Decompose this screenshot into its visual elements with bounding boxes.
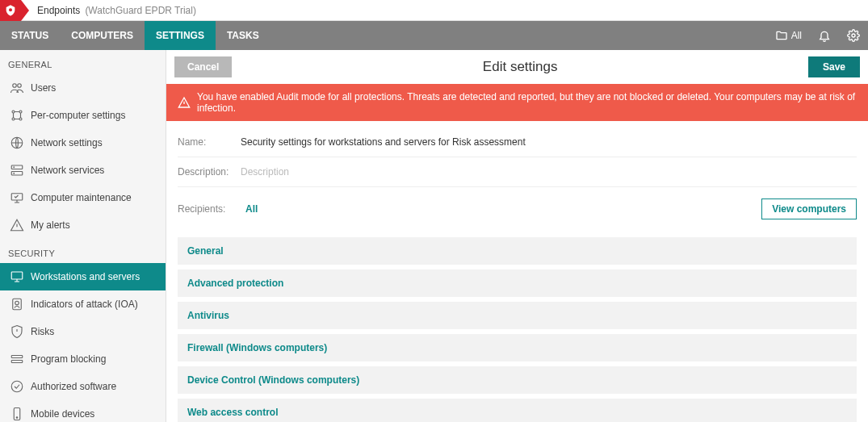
sidebar-item-label: Per-computer settings bbox=[31, 110, 125, 121]
svg-rect-14 bbox=[11, 272, 23, 279]
description-row: Description: bbox=[178, 161, 857, 183]
svg-point-5 bbox=[19, 111, 22, 113]
sidebar-item-label: Computer maintenance bbox=[31, 192, 132, 203]
top-bar: Endpoints (WatchGuard EPDR Trial) bbox=[0, 0, 868, 21]
svg-point-0 bbox=[9, 8, 12, 11]
sidebar-item-label: Workstations and servers bbox=[31, 271, 140, 282]
warning-icon bbox=[178, 96, 191, 109]
svg-point-21 bbox=[16, 417, 18, 419]
name-input[interactable] bbox=[241, 136, 857, 148]
svg-point-19 bbox=[11, 381, 23, 392]
section-general: GENERAL bbox=[0, 50, 166, 74]
sidebar-item-network-services[interactable]: Network services bbox=[0, 157, 166, 184]
nav-computers[interactable]: COMPUTERS bbox=[60, 21, 145, 50]
page-title: Edit settings bbox=[232, 59, 808, 75]
sidebar-item-label: My alerts bbox=[31, 219, 70, 231]
name-row: Name: bbox=[178, 131, 857, 153]
nav-folder-all[interactable]: All bbox=[767, 29, 810, 42]
sidebar-item-ioa[interactable]: Indicators of attack (IOA) bbox=[0, 290, 166, 318]
svg-point-12 bbox=[14, 173, 15, 173]
server-icon bbox=[8, 163, 26, 178]
sidebar-item-authorized-software[interactable]: Authorized software bbox=[0, 373, 166, 400]
sidebar-item-risks[interactable]: Risks bbox=[0, 318, 166, 345]
monitor-icon bbox=[8, 269, 26, 284]
notifications-icon[interactable] bbox=[810, 21, 839, 50]
svg-rect-17 bbox=[11, 356, 23, 358]
panel-list: General Advanced protection Antivirus Fi… bbox=[166, 237, 868, 422]
svg-point-11 bbox=[14, 167, 15, 168]
blocking-icon bbox=[8, 352, 26, 366]
check-circle-icon bbox=[8, 379, 26, 394]
sidebar-item-my-alerts[interactable]: My alerts bbox=[0, 211, 166, 239]
folder-icon bbox=[775, 29, 788, 42]
sidebar-item-workstations[interactable]: Workstations and servers bbox=[0, 263, 166, 290]
svg-point-3 bbox=[18, 84, 22, 88]
svg-point-6 bbox=[12, 118, 15, 120]
nav-status[interactable]: STATUS bbox=[0, 21, 60, 50]
network-icon bbox=[8, 108, 26, 123]
sidebar-item-label: Risks bbox=[31, 326, 54, 337]
alert-icon bbox=[8, 218, 26, 232]
svg-point-1 bbox=[852, 34, 855, 37]
nav-settings[interactable]: SETTINGS bbox=[145, 21, 216, 50]
panel-firewall[interactable]: Firewall (Windows computers) bbox=[178, 334, 857, 361]
sidebar-item-label: Mobile devices bbox=[31, 408, 94, 420]
svg-rect-10 bbox=[11, 172, 23, 176]
alert-text: You have enabled Audit mode for all prot… bbox=[197, 91, 857, 114]
recipients-label: Recipients: bbox=[178, 203, 241, 215]
panel-device-control[interactable]: Device Control (Windows computers) bbox=[178, 366, 857, 394]
save-button[interactable]: Save bbox=[808, 56, 860, 77]
ioa-icon bbox=[8, 297, 26, 311]
recipients-row: Recipients: All View computers bbox=[178, 190, 857, 228]
alert-bar: You have enabled Audit mode for all prot… bbox=[166, 84, 868, 121]
svg-point-16 bbox=[15, 301, 19, 305]
name-label: Name: bbox=[178, 136, 241, 148]
recipients-value: All bbox=[245, 203, 258, 215]
sidebar-item-label: Indicators of attack (IOA) bbox=[31, 299, 138, 310]
description-input[interactable] bbox=[241, 166, 857, 178]
sidebar-item-maintenance[interactable]: Computer maintenance bbox=[0, 184, 166, 211]
svg-rect-9 bbox=[11, 165, 23, 169]
logo-arrow bbox=[21, 0, 29, 21]
svg-point-4 bbox=[12, 111, 15, 113]
section-security: SECURITY bbox=[0, 239, 166, 263]
nav-bar: STATUS COMPUTERS SETTINGS TASKS All bbox=[0, 21, 868, 50]
nav-tasks[interactable]: TASKS bbox=[216, 21, 270, 50]
svg-point-2 bbox=[13, 84, 17, 88]
panel-advanced-protection[interactable]: Advanced protection bbox=[178, 269, 857, 297]
app-subtitle: (WatchGuard EPDR Trial) bbox=[85, 5, 196, 16]
folder-label: All bbox=[791, 30, 802, 41]
globe-icon bbox=[8, 136, 26, 150]
gear-icon[interactable] bbox=[839, 21, 868, 50]
content-area: Cancel Edit settings Save You have enabl… bbox=[166, 50, 868, 422]
panel-general[interactable]: General bbox=[178, 237, 857, 265]
panel-antivirus[interactable]: Antivirus bbox=[178, 302, 857, 329]
sidebar-item-mobile-devices[interactable]: Mobile devices bbox=[0, 400, 166, 422]
view-computers-button[interactable]: View computers bbox=[761, 198, 857, 219]
sidebar-item-label: Network services bbox=[31, 165, 104, 176]
svg-rect-15 bbox=[13, 299, 22, 310]
users-icon bbox=[8, 81, 26, 95]
shield-icon bbox=[8, 324, 26, 339]
form-area: Name: Description: Recipients: All View … bbox=[166, 121, 868, 237]
brand-logo bbox=[0, 0, 21, 21]
header-row: Cancel Edit settings Save bbox=[166, 50, 868, 84]
mobile-icon bbox=[8, 407, 26, 421]
sidebar-item-network-settings[interactable]: Network settings bbox=[0, 129, 166, 157]
maintenance-icon bbox=[8, 190, 26, 205]
sidebar-item-label: Authorized software bbox=[31, 381, 116, 392]
cancel-button[interactable]: Cancel bbox=[174, 56, 232, 77]
sidebar-item-label: Network settings bbox=[31, 137, 103, 148]
app-title: Endpoints bbox=[37, 5, 80, 16]
sidebar-item-per-computer[interactable]: Per-computer settings bbox=[0, 102, 166, 129]
sidebar: GENERAL Users Per-computer settings Netw… bbox=[0, 50, 166, 422]
sidebar-item-label: Users bbox=[31, 82, 56, 94]
description-label: Description: bbox=[178, 166, 241, 178]
sidebar-item-label: Program blocking bbox=[31, 353, 106, 365]
svg-rect-18 bbox=[11, 361, 23, 363]
sidebar-item-users[interactable]: Users bbox=[0, 74, 166, 102]
svg-point-7 bbox=[19, 118, 22, 120]
sidebar-item-program-blocking[interactable]: Program blocking bbox=[0, 345, 166, 373]
panel-web-access[interactable]: Web access control bbox=[178, 399, 857, 422]
